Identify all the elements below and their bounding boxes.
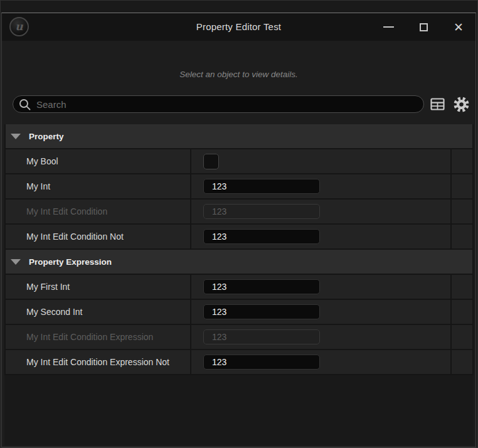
property-row: My Int Edit Condition Expression Not bbox=[6, 350, 472, 374]
property-row: My Int Edit Condition bbox=[6, 200, 472, 223]
settings-button[interactable] bbox=[450, 95, 472, 114]
row-extra-cell bbox=[452, 300, 472, 324]
property-label: My Int Edit Condition Expression bbox=[26, 332, 153, 342]
property-row: My Bool bbox=[6, 149, 472, 173]
property-name-cell[interactable]: My Bool bbox=[6, 149, 190, 173]
collapse-arrow-icon[interactable] bbox=[11, 134, 21, 139]
property-checkbox[interactable] bbox=[203, 154, 219, 169]
table-view-button[interactable] bbox=[427, 95, 448, 114]
property-name-cell[interactable]: My Int bbox=[6, 174, 190, 198]
property-label: My Int Edit Condition Not bbox=[26, 232, 124, 242]
property-value-cell bbox=[191, 325, 450, 349]
property-int-input[interactable] bbox=[203, 304, 320, 319]
row-extra-cell bbox=[452, 200, 472, 223]
property-name-cell[interactable]: My First Int bbox=[6, 275, 190, 299]
row-extra-cell bbox=[452, 225, 472, 248]
property-int-input bbox=[203, 329, 320, 344]
property-int-input bbox=[203, 204, 320, 219]
search-toolbar bbox=[13, 95, 472, 113]
empty-area bbox=[4, 375, 474, 445]
maximize-button[interactable] bbox=[414, 18, 433, 36]
row-extra-cell bbox=[452, 325, 472, 349]
property-label: My First Int bbox=[26, 282, 70, 292]
row-extra-cell bbox=[452, 275, 472, 299]
search-icon bbox=[19, 99, 31, 110]
title-bar[interactable]: u Property Editor Test ✕ bbox=[2, 13, 475, 41]
property-name-cell[interactable]: My Int Edit Condition Not bbox=[6, 225, 190, 248]
section-label: Property bbox=[29, 132, 64, 141]
property-label: My Second Int bbox=[26, 307, 83, 317]
close-icon: ✕ bbox=[454, 21, 464, 33]
property-table: PropertyMy BoolMy IntMy Int Edit Conditi… bbox=[4, 124, 474, 445]
row-extra-cell bbox=[452, 350, 472, 374]
search-input[interactable] bbox=[36, 99, 417, 110]
property-row: My Int bbox=[6, 174, 472, 198]
property-value-cell bbox=[191, 350, 450, 374]
property-value-cell bbox=[191, 275, 450, 299]
property-label: My Int bbox=[26, 181, 50, 191]
table-view-icon bbox=[430, 98, 445, 110]
section-header[interactable]: Property bbox=[6, 124, 472, 148]
property-value-cell bbox=[191, 149, 450, 173]
property-row: My First Int bbox=[6, 275, 472, 299]
settings-gear-icon bbox=[453, 96, 470, 113]
property-label: My Int Edit Condition bbox=[26, 206, 107, 216]
property-name-cell[interactable]: My Second Int bbox=[6, 300, 190, 324]
property-name-cell[interactable]: My Int Edit Condition Expression bbox=[6, 325, 190, 349]
property-row: My Int Edit Condition Expression bbox=[6, 325, 472, 349]
property-label: My Bool bbox=[26, 156, 58, 166]
property-value-cell bbox=[191, 200, 450, 223]
window-controls: ✕ bbox=[379, 13, 468, 41]
minimize-button[interactable] bbox=[379, 18, 398, 36]
property-name-cell[interactable]: My Int Edit Condition Expression Not bbox=[6, 350, 190, 374]
property-row: My Second Int bbox=[6, 300, 472, 324]
row-extra-cell bbox=[452, 174, 472, 198]
property-int-input[interactable] bbox=[203, 279, 320, 294]
property-name-cell[interactable]: My Int Edit Condition bbox=[6, 200, 190, 223]
property-value-cell bbox=[191, 174, 450, 198]
empty-selection-message: Select an object to view details. bbox=[2, 70, 475, 79]
section-header[interactable]: Property Expression bbox=[6, 250, 472, 274]
minimize-icon bbox=[383, 26, 394, 28]
maximize-icon bbox=[420, 23, 428, 31]
property-row: My Int Edit Condition Not bbox=[6, 225, 472, 248]
property-value-cell bbox=[191, 300, 450, 324]
section-label: Property Expression bbox=[29, 257, 112, 267]
property-int-input[interactable] bbox=[203, 355, 320, 370]
collapse-arrow-icon[interactable] bbox=[11, 259, 21, 265]
property-editor-window: u Property Editor Test ✕ Select an objec… bbox=[1, 13, 476, 447]
close-button[interactable]: ✕ bbox=[449, 18, 468, 36]
search-box[interactable] bbox=[13, 95, 424, 113]
property-int-input[interactable] bbox=[203, 179, 320, 194]
property-value-cell bbox=[191, 225, 450, 248]
property-int-input[interactable] bbox=[203, 229, 320, 244]
row-extra-cell bbox=[452, 149, 472, 173]
property-label: My Int Edit Condition Expression Not bbox=[26, 357, 169, 367]
